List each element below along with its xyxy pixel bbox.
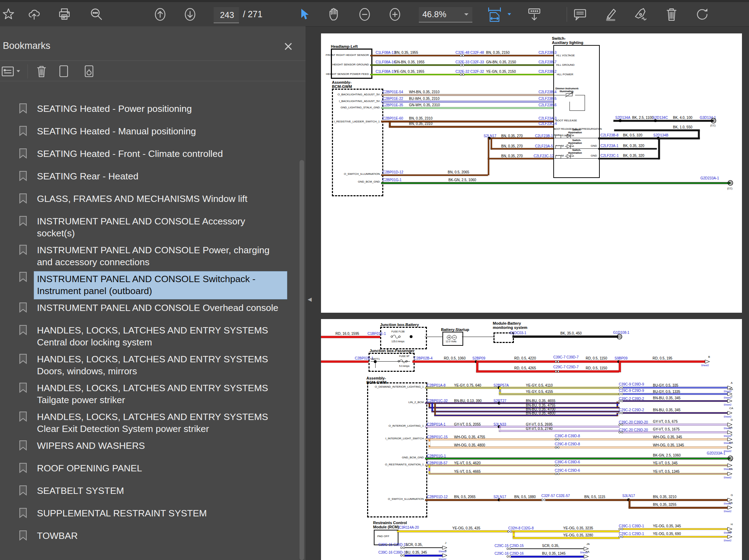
wire — [512, 336, 618, 338]
page-number-input[interactable] — [214, 7, 240, 23]
zoom-out-icon[interactable] — [358, 7, 371, 22]
wire — [381, 174, 488, 176]
wire — [429, 465, 430, 474]
diagram-label: YE-GY, 0.75, 640 — [454, 383, 481, 387]
bookmark-item[interactable]: SEATING Rear - Heated — [0, 170, 297, 182]
search-icon[interactable] — [89, 7, 103, 21]
wire — [598, 158, 659, 159]
wire — [375, 362, 376, 368]
new-bookmark-icon[interactable] — [59, 65, 69, 78]
bookmark-item[interactable]: SEATING Heated - Manual positioning — [0, 125, 297, 137]
bookmark-item[interactable]: INSTRUMENT PANEL AND CONSOLE Power, char… — [0, 244, 297, 268]
star-bookmark-icon[interactable] — [2, 8, 15, 21]
rotate-icon[interactable] — [695, 7, 710, 22]
diagram-label: S2LN17 — [493, 495, 506, 499]
bookmark-item[interactable]: ROOF OPENING PANEL — [0, 462, 297, 474]
fit-width-tool-icon[interactable] — [487, 7, 502, 22]
diagram-label: C2BP01E-35 — [383, 103, 403, 107]
wire — [499, 426, 619, 427]
delete-bookmark-icon[interactable] — [36, 65, 48, 78]
bookmark-item[interactable]: WIPERS AND WASHERS — [0, 440, 297, 452]
expand-bookmark-icon[interactable] — [84, 65, 94, 78]
diagram-label: C2LF23C-12 — [534, 154, 554, 158]
wire — [499, 499, 542, 501]
page-number-box — [214, 7, 239, 23]
bookmark-item[interactable]: INSTRUMENT PANEL AND CONSOLE Accessory s… — [0, 215, 297, 239]
signature-pen-icon[interactable] — [633, 7, 649, 22]
next-page-button[interactable] — [183, 7, 197, 22]
bookmark-item[interactable]: SEATBELT SYSTEM — [0, 485, 297, 497]
wire — [658, 138, 660, 159]
diagram-label: C1LF08A-16 — [376, 60, 396, 64]
bookmark-item[interactable]: HANDLES, LOCKS, LATCHES AND ENTRY SYSTEM… — [0, 324, 297, 348]
bookmark-ribbon-icon — [19, 148, 27, 159]
wire — [623, 432, 728, 433]
diagram-label: BN-BU, 0.13, 390 — [454, 399, 482, 403]
diagram-label: BN, 0.35, 3210 — [653, 495, 676, 499]
connector-symbol — [554, 360, 560, 363]
diagram-label: RD, 0.5, 1060 — [444, 356, 466, 360]
print-icon[interactable] — [57, 8, 71, 21]
hand-tool-icon[interactable] — [328, 7, 341, 21]
diagram-label: D — [731, 418, 733, 421]
bookmark-label: HANDLES, LOCKS, LATCHES AND ENTRY SYSTEM… — [37, 353, 284, 377]
diagram-label: BN, 0.35, 3255 — [653, 503, 676, 507]
diagram-label: EA — [729, 441, 733, 444]
close-panel-button[interactable] — [282, 40, 294, 52]
zoom-in-icon[interactable] — [388, 7, 402, 22]
bookmark-label: SEATING Heated - Front - Climate control… — [37, 148, 284, 160]
diagram-label: VBATT1 — [371, 358, 380, 360]
diagram-label: RD, 0.5, 1150 — [586, 366, 607, 370]
diagram-label: C1LF08A-13 — [376, 51, 396, 55]
bookmark-item[interactable]: HANDLES, LOCKS, LATCHES AND ENTRY SYSTEM… — [0, 353, 297, 377]
bookmark-ribbon-icon — [19, 354, 27, 364]
diagram-label: Switch- — [572, 149, 581, 151]
bookmark-item[interactable]: HANDLES, LOCKS, LATCHES AND ENTRY SYSTEM… — [0, 382, 297, 406]
cloud-upload-icon[interactable] — [27, 8, 41, 21]
bookmark-item[interactable]: SEATING Heated - Front - Climate control… — [0, 148, 297, 160]
comment-icon[interactable] — [573, 7, 587, 21]
diagram-label: WH-OG, 0.35, 4800 — [454, 443, 485, 447]
diagram-label: E — [731, 433, 732, 436]
diagram-label: C2BP02B-4 — [414, 356, 433, 360]
bookmark-item[interactable]: INSTRUMENT PANEL AND CONSOLE Overhead co… — [0, 302, 297, 314]
bookmark-item[interactable]: SUPPLEMENTAL RESTRAINT SYSTEM — [0, 507, 297, 519]
scrolling-mode-icon[interactable] — [527, 7, 542, 22]
wire — [499, 430, 619, 432]
bookmark-item[interactable]: INSTRUMENT PANEL AND CONSOLE Switchpack … — [0, 271, 297, 299]
diagram-label: BK, 0.35, 320 — [623, 144, 644, 148]
wire — [476, 361, 619, 363]
delete-icon[interactable] — [665, 7, 678, 22]
diagram-label: FUSE FL5B — [391, 330, 404, 333]
wire — [614, 129, 700, 131]
bookmark-item[interactable]: HANDLES, LOCKS, LATCHES AND ENTRY SYSTEM… — [0, 411, 297, 435]
sidebar-scrollbar[interactable] — [300, 160, 304, 560]
bookmark-label: HANDLES, LOCKS, LATCHES AND ENTRY SYSTEM… — [37, 382, 284, 406]
bookmark-item[interactable]: TOWBAR — [0, 530, 297, 542]
diagram-label: BN, 0.35, 2310 — [409, 122, 433, 126]
ground-symbol — [727, 455, 734, 462]
diagram-label: AA — [729, 388, 733, 391]
bookmark-item[interactable]: GLASS, FRAMES AND MECHANISMS Window lift — [0, 193, 297, 205]
bookmark-item[interactable]: SEATING Heated - Power positioning — [0, 103, 297, 115]
wire — [434, 403, 436, 415]
bookmark-options-icon[interactable] — [1, 66, 14, 77]
wire — [381, 94, 553, 96]
zoom-level-select[interactable]: 46.8% — [419, 7, 472, 23]
diagram-label: Sheet2 — [724, 510, 731, 513]
diagram-label: C1DC03-1 — [510, 331, 526, 335]
fit-width-caret-icon[interactable] — [507, 13, 511, 16]
diagram-label: WH-OG, 0.35, 4755 — [454, 435, 485, 439]
led-symbol — [565, 133, 574, 138]
panel-collapse-arrow[interactable]: ◀ — [308, 296, 312, 303]
previous-page-button[interactable] — [153, 7, 167, 22]
select-tool-icon[interactable] — [298, 8, 310, 21]
diagram-label: Sheet2 — [724, 476, 731, 479]
bookmark-label: INSTRUMENT PANEL AND CONSOLE Accessory s… — [37, 215, 284, 239]
bookmark-options-caret-icon[interactable] — [16, 70, 20, 73]
diagram-label: O_DEMAND_INTERIOR_LIGHTING_1 — [375, 385, 424, 388]
diagram-label: BN-BU, 0.35, 4655 — [526, 399, 555, 403]
bookmark-ribbon-icon — [19, 485, 27, 496]
wire — [425, 499, 499, 501]
highlighter-icon[interactable] — [603, 7, 618, 22]
